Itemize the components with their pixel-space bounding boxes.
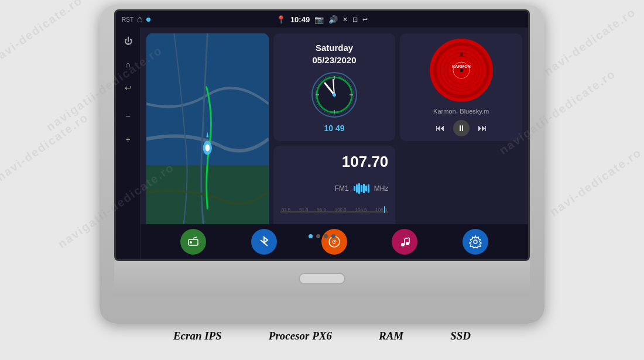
home-icon[interactable]: ⌂ (137, 14, 143, 25)
camera-icon: 📷 (314, 15, 324, 24)
bottom-bar (141, 224, 528, 259)
bottom-handle (299, 273, 345, 284)
freq-marker (384, 206, 385, 213)
dot-1 (309, 234, 313, 238)
svg-point-20 (460, 68, 463, 72)
music-prev-btn[interactable]: ⏮ (436, 123, 445, 133)
volume-icon: 🔊 (328, 15, 338, 24)
vinyl-container: KARMON (429, 38, 494, 102)
status-bar-left: RST ⌂ (122, 14, 150, 25)
svg-line-39 (405, 238, 409, 239)
page-wrapper: navi-dedicate.ro navigatii-dedicate.ro n… (0, 0, 644, 360)
close-icon[interactable]: ✕ (342, 16, 348, 23)
power-sidebar-btn[interactable]: ⏻ (119, 32, 137, 50)
song-title: Karmon- Bluesky.m (433, 108, 489, 115)
spec-bar: Ecran IPS Procesor PX6 RAM SSD (0, 324, 644, 344)
svg-point-26 (205, 145, 210, 152)
back-sidebar-btn[interactable]: ↩ (119, 79, 137, 97)
radio-fm-row: FM1 MHz (335, 183, 389, 194)
bluetooth-bottom-btn[interactable] (251, 229, 277, 255)
spec-ram: RAM (379, 330, 403, 342)
freq-numbers: 87.5 91.8 96.0 100.3 104.5 108.0 (280, 207, 389, 212)
svg-text:KARMON: KARMON (452, 64, 471, 68)
music-play-btn[interactable]: ⏸ (453, 120, 470, 136)
map-card[interactable]: 📍 Free navigation Navigation (146, 33, 269, 253)
clock-digital: 10 49 (324, 124, 344, 133)
vol-down-sidebar-btn[interactable]: − (119, 107, 137, 125)
status-bar-center: 📍 10:49 📷 🔊 ✕ ⊡ ↩ (276, 15, 368, 24)
screen-icon[interactable]: ⊡ (352, 16, 358, 23)
analog-clock (311, 71, 358, 118)
media-bottom-btn[interactable] (321, 229, 347, 255)
home-sidebar-btn[interactable]: ⌂ (119, 56, 137, 73)
svg-point-36 (406, 242, 409, 245)
music-next-btn[interactable]: ⏭ (478, 123, 487, 133)
music-bottom-btn[interactable] (392, 229, 417, 255)
rst-label: RST (122, 16, 133, 23)
date-text: Saturday 05/23/2020 (312, 42, 356, 66)
spec-ssd: SSD (450, 330, 471, 342)
fm-wave (354, 183, 369, 194)
radio-bottom-btn[interactable] (180, 229, 206, 255)
radio-frequency: 107.70 (342, 153, 389, 171)
car-unit: RST ⌂ 📍 10:49 📷 🔊 ✕ ⊡ ↩ ⏻ ⌂ (100, 5, 544, 324)
svg-point-21 (460, 53, 463, 56)
svg-point-29 (190, 241, 192, 244)
svg-point-10 (333, 93, 336, 97)
mhz-label: MHz (374, 184, 389, 193)
date-clock-card: Saturday 05/23/2020 (273, 33, 396, 141)
music-card: KARMON Karmon- Bluesky.m ⏮ ⏸ ⏭ (400, 33, 522, 141)
map-background (146, 33, 269, 253)
dot-2 (316, 234, 320, 238)
screen: RST ⌂ 📍 10:49 📷 🔊 ✕ ⊡ ↩ ⏻ ⌂ (114, 9, 530, 261)
freq-scale: 87.5 91.8 96.0 100.3 104.5 108.0 (280, 206, 389, 218)
status-bar: RST ⌂ 📍 10:49 📷 🔊 ✕ ⊡ ↩ (116, 11, 528, 28)
svg-point-34 (334, 241, 335, 242)
vol-up-sidebar-btn[interactable]: + (119, 131, 137, 148)
day-label: Saturday (312, 42, 356, 54)
left-sidebar: ⏻ ⌂ ↩ − + (116, 28, 141, 261)
back-icon[interactable]: ↩ (362, 16, 368, 23)
svg-point-35 (401, 243, 405, 246)
status-time: 10:49 (290, 15, 310, 24)
fm-label: FM1 (335, 184, 349, 193)
settings-bottom-btn[interactable] (463, 229, 488, 255)
dot-indicator (146, 18, 150, 22)
svg-line-30 (193, 237, 197, 238)
car-unit-bottom (114, 261, 530, 296)
spec-ecran: Ecran IPS (173, 330, 222, 342)
music-controls: ⏮ ⏸ ⏭ (436, 120, 487, 136)
dot-3 (324, 234, 328, 238)
svg-point-40 (474, 240, 477, 244)
dots-bar (309, 234, 335, 238)
dot-4 (331, 234, 335, 238)
location-icon: 📍 (276, 15, 286, 24)
spec-procesor: Procesor PX6 (269, 330, 332, 342)
date-label: 05/23/2020 (312, 54, 356, 66)
